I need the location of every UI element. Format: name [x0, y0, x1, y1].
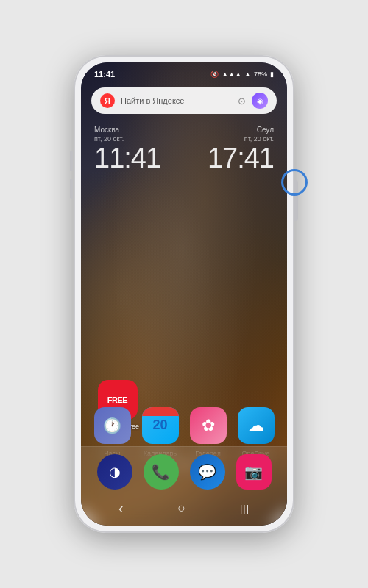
camera-icon-glyph: 📷 — [244, 463, 263, 481]
seoul-clock: Сеул пт, 20 окт. 17:41 — [208, 126, 274, 172]
messages-app[interactable]: 💬 — [190, 454, 225, 490]
calendar-app-icon: 20 — [142, 407, 179, 444]
onedrive-app-icon: ☁ — [238, 407, 275, 444]
bixby-icon-glyph: ◑ — [109, 464, 121, 480]
alice-button[interactable]: ◉ — [252, 93, 268, 109]
phone-frame: 11:41 🔇 ▲▲▲ ▲ 78% ▮ Я Найти в Яндексе ⊙ … — [74, 55, 294, 533]
phone-icon-glyph: 📞 — [152, 463, 170, 481]
bottom-dock: ◑ 📞 💬 📷 ‹ ○ ||| — [81, 446, 287, 526]
camera-app[interactable]: 📷 — [236, 454, 272, 490]
seoul-date: пт, 20 окт. — [208, 135, 274, 143]
moscow-city-label: Москва — [94, 126, 160, 134]
phone-app[interactable]: 📞 — [144, 454, 179, 490]
mute-icon: 🔇 — [210, 71, 219, 78]
moscow-date: пт, 20 окт. — [94, 135, 160, 143]
back-button[interactable]: ‹ — [107, 497, 135, 520]
seoul-time: 17:41 — [208, 144, 274, 172]
calendar-date-number: 20 — [152, 417, 167, 433]
seoul-city-label: Сеул — [208, 126, 274, 134]
messages-icon-glyph: 💬 — [198, 463, 216, 481]
moscow-clock: Москва пт, 20 окт. 11:41 — [94, 126, 160, 172]
yandex-search-bar[interactable]: Я Найти в Яндексе ⊙ ◉ — [91, 87, 277, 114]
bixby-home-app[interactable]: ◑ — [97, 454, 132, 490]
recents-button[interactable]: ||| — [228, 500, 261, 517]
wifi-icon: ▲ — [244, 71, 251, 78]
signal-icon: ▲▲▲ — [222, 71, 241, 78]
yandex-logo: Я — [100, 93, 115, 108]
status-bar: 11:41 🔇 ▲▲▲ ▲ 78% ▮ — [81, 62, 287, 83]
gallery-icon-glyph: ✿ — [202, 416, 215, 435]
navigation-bar: ‹ ○ ||| — [91, 495, 277, 520]
calendar-top-bar — [142, 407, 179, 416]
clock-app-icon: 🕐 — [94, 407, 131, 444]
volume-up-button[interactable] — [70, 151, 73, 171]
battery-icon: ▮ — [270, 71, 274, 78]
dual-clock-widget: Москва пт, 20 окт. 11:41 Сеул пт, 20 окт… — [81, 114, 287, 172]
camera-search-icon[interactable]: ⊙ — [238, 96, 246, 107]
onedrive-icon-glyph: ☁ — [248, 416, 264, 435]
clock-icon-glyph: 🕐 — [103, 417, 121, 434]
bixby-key-indicator — [281, 169, 308, 196]
home-button[interactable]: ○ — [166, 498, 197, 519]
status-icons: 🔇 ▲▲▲ ▲ 78% ▮ — [210, 71, 274, 78]
search-placeholder: Найти в Яндексе — [121, 96, 232, 105]
dock-apps-row: ◑ 📞 💬 📷 — [91, 454, 277, 490]
phone-screen: 11:41 🔇 ▲▲▲ ▲ 78% ▮ Я Найти в Яндексе ⊙ … — [81, 62, 287, 526]
status-time: 11:41 — [94, 70, 115, 79]
moscow-time: 11:41 — [94, 144, 160, 172]
battery-percent: 78% — [254, 71, 267, 78]
gallery-app-icon: ✿ — [190, 407, 227, 444]
volume-down-button[interactable] — [70, 179, 73, 199]
